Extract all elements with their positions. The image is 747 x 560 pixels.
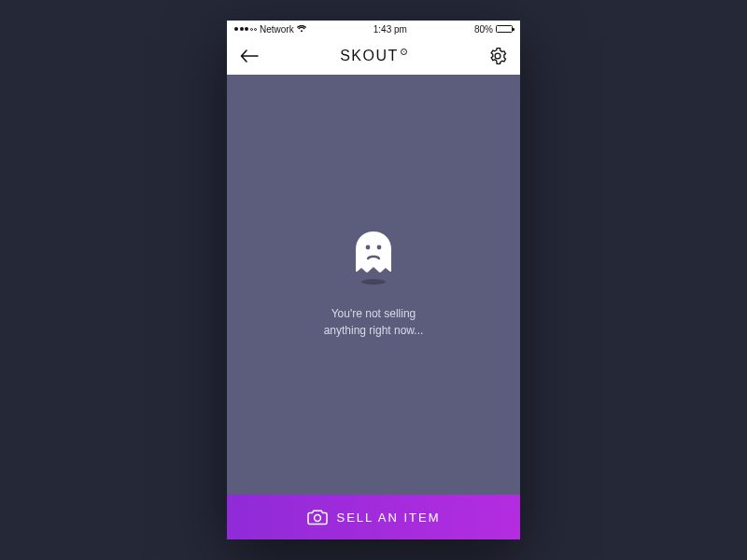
empty-line-2: anything right now... (324, 322, 424, 339)
empty-state-illustration (353, 231, 394, 285)
battery-pct: 80% (474, 24, 493, 35)
main-content: You're not selling anything right now... (227, 75, 520, 495)
carrier-label: Network (260, 24, 294, 35)
phone-frame: Network 1:43 pm 80% SKOUT ⋆ (227, 21, 520, 539)
sell-item-label: SELL AN ITEM (337, 511, 441, 525)
camera-icon (307, 509, 328, 525)
clock: 1:43 pm (374, 24, 407, 35)
ghost-icon (353, 231, 394, 275)
wifi-icon (297, 25, 306, 33)
arrow-left-icon (240, 49, 259, 63)
app-title-wrap: SKOUT ⋆ (340, 48, 407, 64)
battery-icon (496, 25, 513, 33)
app-title: SKOUT (340, 48, 399, 64)
sell-item-button[interactable]: SELL AN ITEM (227, 495, 520, 539)
svg-point-0 (366, 245, 371, 250)
svg-point-1 (377, 245, 382, 250)
settings-button[interactable] (486, 45, 509, 67)
svg-point-2 (314, 515, 320, 522)
empty-line-1: You're not selling (324, 305, 424, 322)
empty-state-text: You're not selling anything right now... (324, 305, 424, 339)
ghost-shadow (361, 279, 386, 285)
gear-icon (488, 47, 507, 65)
back-button[interactable] (238, 45, 261, 67)
status-bar: Network 1:43 pm 80% (227, 21, 520, 37)
signal-dots-icon (234, 27, 257, 31)
nav-header: SKOUT ⋆ (227, 37, 520, 75)
title-badge-icon: ⋆ (401, 49, 407, 55)
